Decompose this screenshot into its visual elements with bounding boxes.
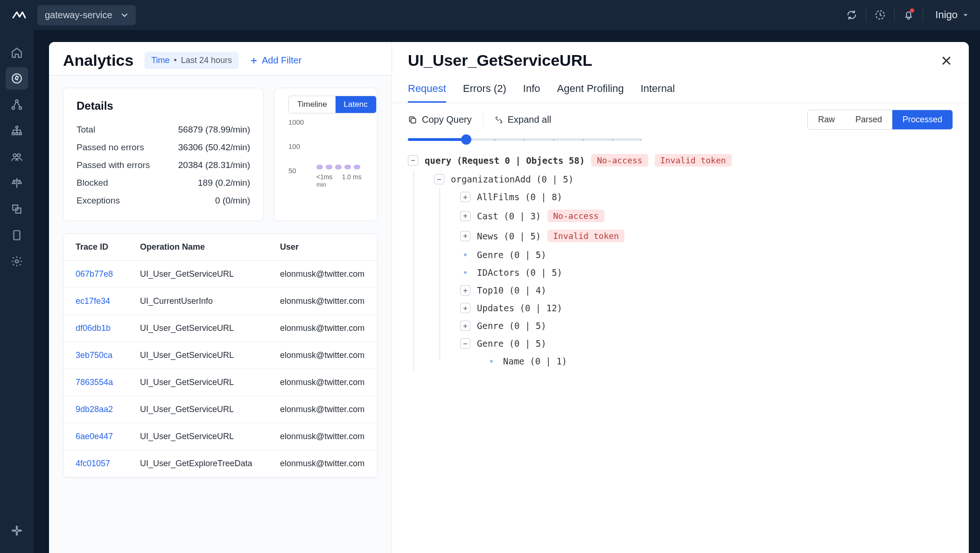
tree-node[interactable]: +Updates (0 | 12) (460, 299, 953, 317)
error-badge: No-access (591, 154, 648, 167)
details-card: Details Total56879 (78.99/min)Passed no … (63, 88, 264, 221)
time-filter-chip[interactable]: Time • Last 24 hours (145, 52, 238, 69)
tree-node[interactable]: +Cast (0 | 3)No-access (460, 206, 953, 226)
nav-graph[interactable] (6, 119, 28, 142)
tree-node[interactable]: +News (0 | 5)Invalid token (460, 226, 953, 246)
nav-slack[interactable] (6, 519, 28, 542)
nav-users[interactable] (6, 146, 28, 168)
topbar-left: gateway-service (11, 5, 136, 25)
add-filter-button[interactable]: Add Filter (250, 55, 302, 66)
main-content: Analytics Time • Last 24 hours Add Filte… (49, 42, 969, 553)
user-cell: elonmusk@twitter.com (280, 323, 365, 333)
trace-id-link[interactable]: df06db1b (76, 323, 140, 333)
node-label: IDActors (0 | 5) (477, 267, 562, 278)
tree-node[interactable]: Name (0 | 1) (460, 352, 953, 370)
table-row[interactable]: 7863554a UI_User_GetServiceURL elonmusk@… (63, 369, 377, 396)
operation-cell: UI_User_GetServiceURL (140, 405, 280, 414)
table-row[interactable]: 3eb750ca UI_User_GetServiceURL elonmusk@… (63, 342, 377, 369)
view-parsed[interactable]: Parsed (845, 110, 892, 129)
tab-info[interactable]: Info (523, 78, 540, 103)
tab-request[interactable]: Request (408, 78, 446, 103)
table-row[interactable]: 4fc01057 UI_User_GetExploreTreeData elon… (63, 450, 377, 477)
chart-segment-group: Timeline Latenc (288, 96, 377, 113)
slider-thumb[interactable] (461, 134, 471, 145)
tree-node[interactable]: Genre (0 | 5) (460, 246, 953, 264)
clock-button[interactable] (871, 6, 889, 24)
nav-home[interactable] (6, 41, 28, 63)
table-row[interactable]: ec17fe34 UI_CurrentUserInfo elonmusk@twi… (63, 288, 377, 315)
tree-node[interactable]: +Top10 (0 | 4) (460, 281, 953, 299)
topbar: gateway-service Inigo (0, 0, 980, 30)
svg-rect-16 (17, 530, 22, 532)
time-filter-value: Last 24 hours (181, 56, 232, 65)
detail-header: UI_User_GetServiceURL (392, 42, 969, 78)
tree-node[interactable]: +AllFilms (0 | 8) (460, 188, 953, 206)
user-cell: elonmusk@twitter.com (280, 350, 365, 360)
operation-cell: UI_CurrentUserInfo (140, 296, 280, 306)
tab-agent-profiling[interactable]: Agent Profiling (557, 78, 624, 103)
view-processed[interactable]: Processed (892, 110, 952, 129)
node-label: organizationAdd (0 | 5) (451, 174, 574, 184)
user-cell: elonmusk@twitter.com (280, 432, 365, 441)
node-label: News (0 | 5) (477, 231, 541, 241)
nav-copy[interactable] (6, 198, 28, 220)
slack-icon (11, 525, 23, 537)
table-row[interactable]: 9db28aa2 UI_User_GetServiceURL elonmusk@… (63, 396, 377, 423)
tree-node[interactable]: −Genre (0 | 5) (460, 335, 953, 352)
notifications-button[interactable] (899, 6, 918, 24)
trace-id-link[interactable]: 067b77e8 (76, 269, 140, 279)
expand-toggle[interactable]: + (460, 285, 470, 295)
trace-id-link[interactable]: 3eb750ca (76, 350, 140, 360)
expand-all-button[interactable]: Expand all (495, 114, 551, 125)
leaf-dot-icon (464, 271, 467, 274)
nav-settings[interactable] (6, 250, 28, 273)
tab-errors-[interactable]: Errors (2) (463, 78, 506, 103)
table-row[interactable]: 6ae0e447 UI_User_GetServiceURL elonmusk@… (63, 423, 377, 450)
user-cell: elonmusk@twitter.com (280, 459, 365, 469)
copy-query-button[interactable]: Copy Query (408, 114, 472, 125)
trace-id-link[interactable]: 4fc01057 (76, 459, 140, 469)
tree-node[interactable]: IDActors (0 | 5) (460, 264, 953, 281)
trace-id-link[interactable]: 6ae0e447 (76, 432, 140, 441)
view-raw[interactable]: Raw (808, 110, 845, 129)
overlap-icon (11, 203, 23, 215)
expand-toggle[interactable]: + (460, 211, 470, 221)
depth-slider[interactable] (408, 138, 641, 141)
service-selector[interactable]: gateway-service (37, 5, 136, 25)
gear-icon (11, 255, 23, 267)
divider (923, 8, 923, 22)
trace-id-link[interactable]: 9db28aa2 (76, 405, 140, 414)
tree-node[interactable]: +Genre (0 | 5) (460, 317, 953, 335)
close-button[interactable] (940, 54, 953, 67)
expand-toggle[interactable]: + (460, 231, 470, 241)
trace-id-link[interactable]: 7863554a (76, 378, 140, 387)
details-value: 20384 (28.31/min) (178, 160, 250, 170)
user-name: Inigo (935, 9, 958, 21)
node-label: Name (0 | 1) (503, 356, 567, 366)
expand-toggle[interactable]: + (460, 303, 470, 313)
details-label: Exceptions (77, 196, 120, 206)
segment-timeline[interactable]: Timeline (289, 96, 336, 113)
tab-internal[interactable]: Internal (641, 78, 675, 103)
expand-toggle[interactable]: + (460, 192, 470, 202)
table-row[interactable]: df06db1b UI_User_GetServiceURL elonmusk@… (63, 315, 377, 342)
expand-toggle[interactable]: + (460, 321, 470, 331)
user-menu[interactable]: Inigo (935, 9, 969, 21)
trace-id-link[interactable]: ec17fe34 (76, 296, 140, 306)
refresh-button[interactable] (842, 6, 861, 24)
tree-root[interactable]: − query (Request 0 | Objects 58) No-acce… (408, 150, 953, 170)
svg-rect-13 (14, 231, 20, 240)
nav-analytics[interactable] (6, 67, 28, 90)
nav-docs[interactable] (6, 224, 28, 246)
table-row[interactable]: 067b77e8 UI_User_GetServiceURL elonmusk@… (63, 261, 377, 288)
tree-node[interactable]: − organizationAdd (0 | 5) (434, 170, 953, 188)
detail-tabs: RequestErrors (2)InfoAgent ProfilingInte… (392, 78, 969, 103)
nav-org[interactable] (6, 93, 28, 116)
nav-legal[interactable] (6, 172, 28, 194)
detail-title: UI_User_GetServiceURL (408, 51, 592, 70)
expand-toggle[interactable]: − (460, 338, 470, 349)
segment-latency[interactable]: Latenc (336, 96, 376, 113)
col-trace-id: Trace ID (76, 242, 140, 252)
collapse-toggle[interactable]: − (408, 155, 418, 166)
collapse-toggle[interactable]: − (434, 174, 444, 184)
